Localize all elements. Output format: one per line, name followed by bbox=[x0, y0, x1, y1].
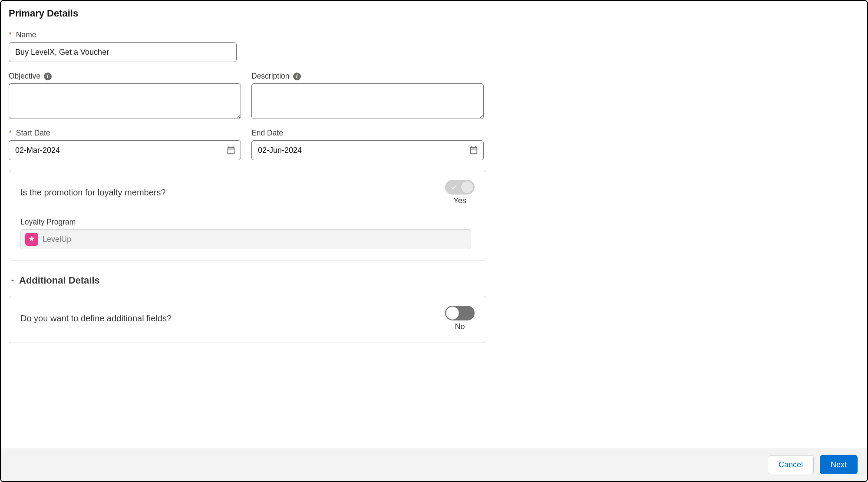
loyalty-program-icon bbox=[25, 233, 38, 246]
cancel-button[interactable]: Cancel bbox=[768, 455, 814, 474]
check-icon bbox=[450, 184, 457, 191]
end-date-label: End Date bbox=[251, 129, 484, 138]
additional-toggle[interactable] bbox=[445, 306, 475, 320]
loyalty-card: Is the promotion for loyalty members? Ye… bbox=[9, 170, 486, 261]
start-date-label: * Start Date bbox=[9, 129, 241, 138]
description-label: Description i bbox=[251, 72, 484, 81]
required-asterisk: * bbox=[9, 129, 12, 138]
loyalty-program-label: Loyalty Program bbox=[20, 218, 475, 227]
loyalty-toggle-label: Yes bbox=[453, 196, 466, 205]
footer: Cancel Next bbox=[1, 448, 867, 481]
end-date-input[interactable] bbox=[251, 140, 484, 160]
next-button[interactable]: Next bbox=[820, 455, 858, 474]
name-label: * Name bbox=[9, 30, 237, 40]
info-icon[interactable]: i bbox=[293, 73, 301, 80]
start-date-input[interactable] bbox=[9, 140, 241, 160]
name-input[interactable] bbox=[9, 42, 237, 62]
loyalty-program-value: LevelUp bbox=[43, 235, 71, 244]
description-textarea[interactable] bbox=[251, 83, 484, 119]
loyalty-question: Is the promotion for loyalty members? bbox=[20, 188, 166, 198]
loyalty-program-input[interactable]: LevelUp bbox=[20, 229, 471, 249]
loyalty-toggle[interactable] bbox=[445, 180, 475, 195]
additional-details-heading: Additional Details bbox=[19, 275, 100, 286]
required-asterisk: * bbox=[9, 30, 12, 40]
chevron-down-icon bbox=[9, 277, 17, 284]
additional-details-toggle[interactable]: Additional Details bbox=[9, 275, 859, 286]
additional-fields-card: Do you want to define additional fields?… bbox=[9, 296, 486, 343]
info-icon[interactable]: i bbox=[44, 73, 52, 80]
objective-textarea[interactable] bbox=[9, 83, 241, 119]
additional-toggle-label: No bbox=[455, 322, 465, 331]
primary-details-heading: Primary Details bbox=[9, 8, 859, 19]
objective-label: Objective i bbox=[9, 72, 241, 81]
additional-question: Do you want to define additional fields? bbox=[20, 314, 172, 324]
